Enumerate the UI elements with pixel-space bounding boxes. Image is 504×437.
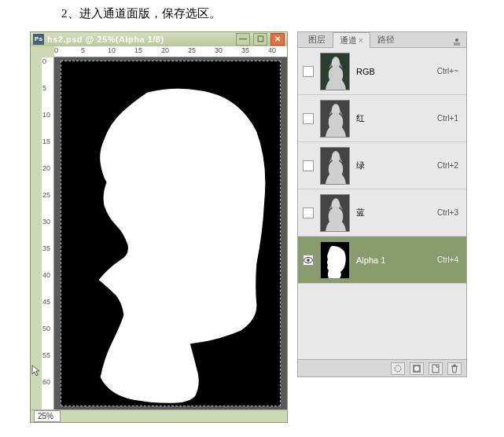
ruler-tick: 5 [42,84,46,92]
zoom-display[interactable]: 25% [34,410,61,422]
ruler-tick: 20 [42,164,50,172]
panel-tabs: 图层 通道× 路径 [298,32,466,48]
dashed-circle-icon [393,364,403,373]
ruler-tick: 40 [42,271,50,279]
ruler-tick: 55 [42,351,50,359]
ruler-tick: 5 [81,46,85,54]
visibility-toggle[interactable] [303,113,314,124]
channel-thumbnail [320,53,350,90]
channels-panel: 图层 通道× 路径 RGBCtrl+~红Ctrl+1绿Ctrl+2蓝Ctrl+3… [297,31,467,377]
ruler-tick: 15 [134,46,142,54]
document-window: Ps hs2.psd @ 25%(Alpha 1/8) — ☐ ✕ 051015… [30,31,288,423]
channel-thumbnail [320,241,350,279]
channel-name: 绿 [356,160,431,171]
channel-name: 蓝 [356,207,431,218]
channel-thumbnail [320,194,350,232]
vertical-ruler: 051015202530354045505560 [42,57,54,409]
channel-shortcut: Ctrl+3 [437,208,458,217]
svg-rect-11 [432,365,439,373]
channel-row[interactable]: Alpha 1Ctrl+4 [298,237,466,284]
ruler-tick: 10 [42,111,50,119]
channel-thumbnail [320,147,350,185]
tab-channels[interactable]: 通道× [333,32,370,48]
ruler-tick: 40 [268,46,276,54]
tab-layers[interactable]: 图层 [301,31,333,47]
svg-point-10 [414,366,419,371]
ruler-tick: 60 [42,378,50,386]
canvas-area[interactable] [54,57,287,409]
horizontal-ruler: 0510152025303540 [54,46,287,57]
ruler-tick: 45 [42,298,50,306]
channel-row[interactable]: RGBCtrl+~ [298,48,466,95]
ruler-tick: 25 [42,191,50,199]
eye-icon [304,257,313,263]
channel-row[interactable]: 红Ctrl+1 [298,95,466,142]
instruction-text: 2、进入通道面版，保存选区。 [61,6,221,21]
new-page-icon [431,364,440,373]
channel-name: 红 [356,112,431,124]
minimize-button[interactable]: — [236,33,250,46]
maximize-button[interactable]: ☐ [253,33,267,46]
channel-thumbnail [320,100,350,138]
channel-list: RGBCtrl+~红Ctrl+1绿Ctrl+2蓝Ctrl+3Alpha 1Ctr… [298,48,466,359]
window-title: hs2.psd @ 25%(Alpha 1/8) [47,35,233,44]
channel-shortcut: Ctrl+~ [437,67,458,75]
arrow-cursor-icon [31,364,42,378]
svg-point-0 [455,39,458,42]
visibility-toggle[interactable] [303,66,314,77]
ruler-tick: 15 [42,138,50,145]
ruler-tick: 25 [188,46,196,54]
channel-shortcut: Ctrl+4 [437,255,458,264]
ruler-tick: 0 [42,57,46,65]
visibility-toggle[interactable] [303,207,314,218]
ruler-tick: 10 [108,46,116,54]
app-icon: Ps [33,34,44,45]
channel-row[interactable]: 蓝Ctrl+3 [298,189,466,237]
ruler-tick: 35 [241,46,249,54]
channel-name: Alpha 1 [356,255,431,265]
panel-menu-button[interactable] [451,36,463,47]
svg-point-6 [307,259,310,262]
channel-shortcut: Ctrl+2 [437,161,458,170]
canvas[interactable] [61,61,281,406]
channel-name: RGB [356,67,431,76]
titlebar: Ps hs2.psd @ 25%(Alpha 1/8) — ☐ ✕ [31,32,287,46]
tab-close-icon[interactable]: × [359,36,363,45]
new-channel-button[interactable] [429,362,443,375]
tool-strip [31,57,42,409]
ruler-tick: 30 [215,46,223,54]
ruler-tick: 50 [42,325,50,332]
channel-row[interactable]: 绿Ctrl+2 [298,142,466,189]
load-selection-button[interactable] [391,362,405,375]
menu-icon [452,38,462,46]
visibility-toggle[interactable] [303,255,314,266]
svg-point-8 [395,365,401,372]
tab-paths[interactable]: 路径 [370,31,402,47]
ruler-tick: 0 [54,46,58,54]
tab-channels-label: 通道 [340,35,357,45]
panel-footer [298,359,466,376]
mask-icon [412,364,421,373]
visibility-toggle[interactable] [303,160,314,171]
ruler-tick: 35 [42,244,50,252]
ruler-tick: 20 [161,46,169,54]
alpha-silhouette [61,61,280,405]
ruler-tick: 30 [42,218,50,226]
channel-shortcut: Ctrl+1 [437,114,458,123]
trash-icon [450,364,459,373]
close-button[interactable]: ✕ [270,33,285,46]
statusbar: 25% [31,409,287,422]
delete-channel-button[interactable] [447,362,462,375]
save-selection-button[interactable] [410,362,424,375]
